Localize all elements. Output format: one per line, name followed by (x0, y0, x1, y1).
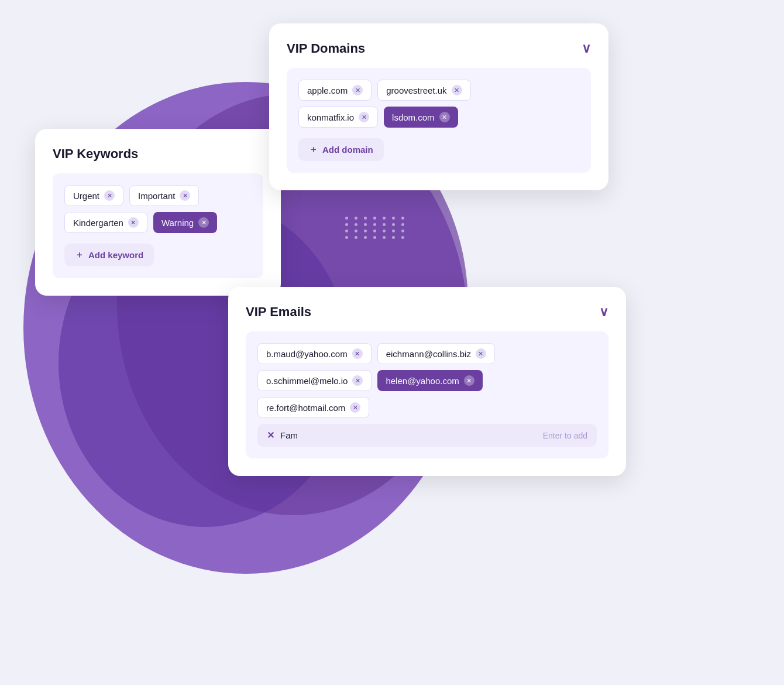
keyword-tag-warning-close[interactable]: ✕ (198, 217, 209, 228)
domain-tag-groovestreet[interactable]: groovestreet.uk ✕ (377, 80, 470, 101)
keyword-tag-kindergarten-label: Kindergarten (73, 218, 123, 228)
emails-chevron-icon[interactable]: ∨ (599, 304, 608, 320)
domain-tag-apple-close[interactable]: ✕ (352, 85, 363, 95)
domains-chevron-icon[interactable]: ∨ (582, 41, 591, 56)
email-tag-helen-label: helen@yahoo.com (386, 376, 459, 386)
dots-decoration (345, 217, 407, 239)
keywords-tags-area: Urgent ✕ Important ✕ Kindergarten ✕ Warn… (53, 173, 263, 278)
email-tag-refort-label: re.fort@hotmail.com (266, 403, 345, 413)
emails-row-2: o.schimmel@melo.io ✕ helen@yahoo.com ✕ (257, 370, 597, 391)
keyword-tag-urgent-close[interactable]: ✕ (104, 190, 115, 201)
domain-tag-apple[interactable]: apple.com ✕ (298, 80, 372, 101)
emails-row-1: b.maud@yahoo.com ✕ eichmann@collins.biz … (257, 343, 597, 364)
email-input-row: ✕ Enter to add (257, 424, 597, 447)
email-tag-oschimmel-label: o.schimmel@melo.io (266, 376, 348, 386)
email-tag-oschimmel[interactable]: o.schimmel@melo.io ✕ (257, 370, 372, 391)
email-tag-bmaud-label: b.maud@yahoo.com (266, 349, 348, 359)
add-domain-plus-icon: ＋ (309, 144, 318, 155)
keywords-row-1: Urgent ✕ Important ✕ (64, 185, 252, 206)
keyword-tag-urgent-label: Urgent (73, 191, 99, 201)
vip-domains-card: VIP Domains ∨ apple.com ✕ groovestreet.u… (269, 23, 608, 190)
keyword-tag-warning[interactable]: Warning ✕ (153, 212, 217, 233)
email-tag-bmaud[interactable]: b.maud@yahoo.com ✕ (257, 343, 372, 364)
keyword-tag-warning-label: Warning (161, 218, 194, 228)
add-domain-label: Add domain (322, 145, 373, 155)
email-tag-refort-close[interactable]: ✕ (350, 402, 360, 413)
domains-row-2: konmatfix.io ✕ lsdom.com ✕ (298, 107, 579, 128)
email-tag-oschimmel-close[interactable]: ✕ (352, 375, 363, 386)
domain-tag-groovestreet-close[interactable]: ✕ (452, 85, 462, 95)
domain-tag-groovestreet-label: groovestreet.uk (386, 85, 446, 95)
domain-tag-konmatfix-close[interactable]: ✕ (359, 112, 369, 122)
add-keyword-button[interactable]: ＋ Add keyword (64, 244, 154, 266)
email-input[interactable] (280, 430, 537, 440)
add-keyword-plus-icon: ＋ (75, 249, 84, 261)
domain-tag-lsdom-close[interactable]: ✕ (439, 112, 450, 122)
keyword-tag-important-close[interactable]: ✕ (180, 190, 190, 201)
email-tag-helen-close[interactable]: ✕ (464, 375, 474, 386)
domain-tag-konmatfix-label: konmatfix.io (307, 112, 354, 122)
keyword-tag-important[interactable]: Important ✕ (129, 185, 199, 206)
domain-tag-apple-label: apple.com (307, 85, 348, 95)
email-tag-eichmann-close[interactable]: ✕ (476, 348, 486, 359)
keywords-row-2: Kindergarten ✕ Warning ✕ (64, 212, 252, 233)
vip-emails-card: VIP Emails ∨ b.maud@yahoo.com ✕ eichmann… (228, 287, 626, 476)
keyword-tag-kindergarten-close[interactable]: ✕ (128, 217, 139, 228)
vip-keywords-card: VIP Keywords Urgent ✕ Important ✕ Kinder… (35, 129, 281, 296)
keyword-tag-kindergarten[interactable]: Kindergarten ✕ (64, 212, 147, 233)
domain-tag-konmatfix[interactable]: konmatfix.io ✕ (298, 107, 378, 128)
vip-emails-title: VIP Emails ∨ (246, 304, 608, 320)
emails-title-text: VIP Emails (246, 304, 311, 320)
vip-domains-title: VIP Domains ∨ (287, 41, 591, 56)
domains-title-text: VIP Domains (287, 41, 365, 56)
email-enter-hint: Enter to add (543, 431, 587, 440)
email-tag-helen[interactable]: helen@yahoo.com ✕ (377, 370, 482, 391)
email-tag-eichmann-label: eichmann@collins.biz (386, 349, 471, 359)
domain-tag-lsdom[interactable]: lsdom.com ✕ (384, 107, 458, 128)
email-tag-refort[interactable]: re.fort@hotmail.com ✕ (257, 397, 369, 418)
add-keyword-label: Add keyword (88, 250, 143, 260)
domains-tags-area: apple.com ✕ groovestreet.uk ✕ konmatfix.… (287, 68, 591, 173)
email-input-clear-icon[interactable]: ✕ (267, 430, 274, 441)
emails-tags-area: b.maud@yahoo.com ✕ eichmann@collins.biz … (246, 331, 608, 458)
domains-row-1: apple.com ✕ groovestreet.uk ✕ (298, 80, 579, 101)
keyword-tag-urgent[interactable]: Urgent ✕ (64, 185, 123, 206)
add-domain-button[interactable]: ＋ Add domain (298, 138, 384, 161)
email-tag-eichmann[interactable]: eichmann@collins.biz ✕ (377, 343, 495, 364)
vip-keywords-title: VIP Keywords (53, 146, 263, 162)
email-tag-bmaud-close[interactable]: ✕ (352, 348, 363, 359)
domain-tag-lsdom-label: lsdom.com (392, 112, 435, 122)
emails-row-3: re.fort@hotmail.com ✕ (257, 397, 597, 418)
keywords-title-text: VIP Keywords (53, 146, 138, 162)
keyword-tag-important-label: Important (138, 191, 175, 201)
